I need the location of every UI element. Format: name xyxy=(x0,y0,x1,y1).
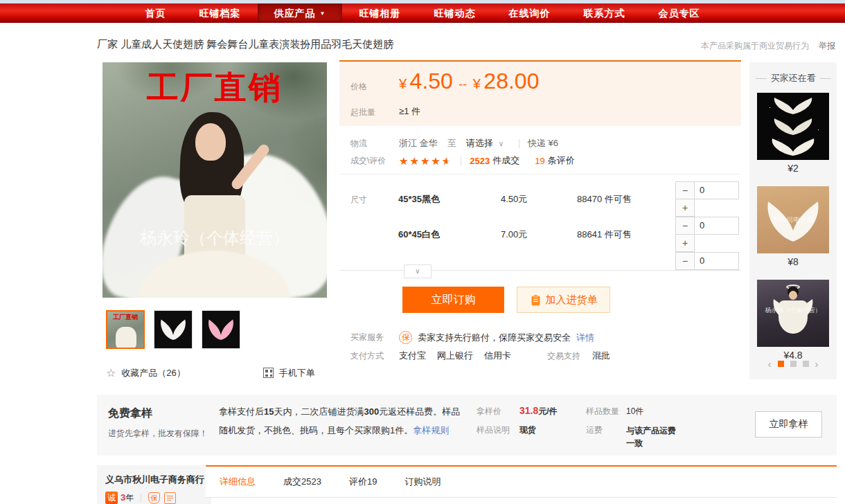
sample-rules-link[interactable]: 拿样规则 xyxy=(413,425,449,435)
thumbnail-dress-shape xyxy=(116,327,136,349)
pager-dot-2[interactable] xyxy=(790,361,797,367)
sidebar-product-1[interactable]: ¥2 xyxy=(757,93,829,178)
trade-support-value: 混批 xyxy=(592,350,610,362)
quantity-input[interactable] xyxy=(694,217,739,235)
get-sample-button[interactable]: 立即拿样 xyxy=(755,411,822,438)
logistics-origin: 浙江 金华 xyxy=(399,137,438,150)
qr-code-icon xyxy=(263,368,274,378)
payment-creditcard[interactable]: 信用卡 xyxy=(484,350,511,362)
sidebar-product-3[interactable]: 杨永玲（个体经营） ¥4.8 xyxy=(757,280,829,365)
sku-row-2: 60*45白色 7.00元 88641 件可售 − + xyxy=(398,217,741,252)
sample-info-col-1: 拿样价 31.8元/件 样品说明 现货 xyxy=(477,406,558,443)
sample-price-value: 31.8 xyxy=(519,405,538,416)
payment-netbank[interactable]: 网上银行 xyxy=(437,350,473,362)
quantity-input[interactable] xyxy=(694,181,739,199)
chevron-left-icon[interactable]: ‹ xyxy=(768,359,772,369)
deal-count[interactable]: 2523 xyxy=(470,156,490,166)
nav-item-contact[interactable]: 联系方式 xyxy=(567,3,641,21)
deal-label: 成交\评价 xyxy=(350,155,399,167)
thumbnail-1[interactable]: 工厂直销 xyxy=(106,310,145,349)
report-link[interactable]: 举报 xyxy=(819,40,835,52)
sidebar-pagination: ‹ › xyxy=(749,359,837,369)
tab-order-notes[interactable]: 订购说明 xyxy=(404,476,441,488)
quantity-stepper: − + xyxy=(675,252,739,271)
sample-qty-label: 样品数量 xyxy=(586,406,626,417)
sku-row-1: 45*35黑色 4.50元 88470 件可售 − + xyxy=(398,181,741,217)
pager-dot-3[interactable] xyxy=(803,361,809,367)
payment-alipay[interactable]: 支付宝 xyxy=(399,350,426,362)
image-overlay-text: 工厂直销 xyxy=(103,66,327,109)
wings-icon xyxy=(767,138,819,157)
favorite-button[interactable]: 收藏产品（26） xyxy=(121,367,185,379)
logistics-to: 至 xyxy=(447,137,456,150)
minus-button[interactable]: − xyxy=(675,217,695,235)
order-now-button[interactable]: 立即订购 xyxy=(402,287,504,313)
seller-box: 义乌市秋川电子商务商行 诚 3年 保 xyxy=(97,465,211,504)
quantity-stepper: − + xyxy=(675,217,739,253)
rating-stars: ★★★★★★★★★★ xyxy=(399,156,452,166)
service-label: 买家服务 xyxy=(350,332,399,343)
minus-button[interactable]: − xyxy=(675,252,695,270)
sample-desc-label: 样品说明 xyxy=(477,424,519,436)
white-wings-icon xyxy=(158,317,188,342)
star-icon: ☆ xyxy=(106,366,116,379)
guarantee-badge-icon: 保 xyxy=(399,331,412,344)
destination-select[interactable]: 请选择 xyxy=(466,137,493,150)
sku-list: 45*35黑色 4.50元 88470 件可售 − + 60*45白色 7.00… xyxy=(398,181,741,270)
add-to-cart-button[interactable]: 加入进货单 xyxy=(517,287,610,313)
thumbnail-2[interactable] xyxy=(154,310,193,349)
review-count[interactable]: 19 xyxy=(535,156,544,166)
sku-name: 60*45白色 xyxy=(398,228,501,241)
sidebar-title: 买家还在看 xyxy=(749,72,837,84)
quantity-input[interactable] xyxy=(694,252,739,270)
thumbnail-3-photo xyxy=(202,311,240,348)
pager-dot-1[interactable] xyxy=(778,361,784,367)
sidebar-product-2[interactable]: 市秋川电子商 ¥8 xyxy=(757,186,829,271)
nav-item-shop-album[interactable]: 旺铺相册 xyxy=(342,3,417,21)
chevron-down-icon: ∨ xyxy=(415,267,420,275)
main-product-image[interactable]: 工厂直销 杨永玲（个体经营） xyxy=(97,62,332,298)
currency-symbol: ¥ xyxy=(473,76,481,91)
nav-item-inquiry[interactable]: 在线询价 xyxy=(492,3,567,21)
tab-reviews[interactable]: 评价19 xyxy=(349,476,377,488)
deal-unit: 件成交 xyxy=(492,154,519,167)
expand-sku-button[interactable]: ∨ xyxy=(404,264,432,278)
sidebar-product-price: ¥2 xyxy=(757,160,829,178)
nav-item-member-zone[interactable]: 会员专区 xyxy=(641,3,716,21)
chevron-right-icon[interactable]: › xyxy=(815,359,819,369)
nav-item-shop-profile[interactable]: 旺铺档案 xyxy=(183,3,258,21)
price-box: 价格 ¥ 4.50 -- ¥ 28.00 起批量 ≥1 件 xyxy=(339,60,741,126)
sidebar-product-2-image: 市秋川电子商 xyxy=(757,186,829,253)
sku-price: 4.50元 xyxy=(501,193,577,206)
add-to-cart-label: 加入进货单 xyxy=(546,294,598,307)
shield-icon: 保 xyxy=(148,492,160,504)
chevron-down-icon[interactable]: ∨ xyxy=(499,140,504,147)
thumbnail-3[interactable] xyxy=(202,310,240,349)
sample-ship-label: 运费 xyxy=(586,424,626,449)
divider xyxy=(339,174,741,174)
minus-button[interactable]: − xyxy=(675,181,695,199)
divider xyxy=(461,156,461,165)
plus-button[interactable]: + xyxy=(675,234,695,252)
sidebar-product-1-image xyxy=(757,93,829,160)
moq-value: ≥1 件 xyxy=(399,105,420,118)
sample-description: 拿样支付后15天内，二次店铺进货满300元返还样品费。样品随机发货，不挑色、挑码… xyxy=(219,402,464,440)
tab-deals[interactable]: 成交2523 xyxy=(283,476,321,488)
nav-item-products[interactable]: 供应产品 xyxy=(258,3,343,21)
sample-price-unit: 元/件 xyxy=(538,406,557,416)
sample-info-col-2: 样品数量 10件 运费 与该产品运费一致 xyxy=(586,406,683,456)
nav-item-shop-news[interactable]: 旺铺动态 xyxy=(417,3,492,21)
sku-price: 7.00元 xyxy=(501,228,577,241)
trade-notice: 本产品采购属于商业贸易行为 xyxy=(701,40,809,52)
detail-tabbar: 详细信息 成交2523 评价19 订购说明 xyxy=(206,465,837,498)
moq-label: 起批量 xyxy=(350,107,375,118)
tab-detail-info[interactable]: 详细信息 xyxy=(220,476,256,488)
free-sample-box: 免费拿样 进货先拿样，批发有保障！ 拿样支付后15天内，二次店铺进货满300元返… xyxy=(97,395,837,456)
quantity-stepper: − + xyxy=(675,181,739,217)
nav-item-home[interactable]: 首页 xyxy=(129,3,183,21)
plus-button[interactable]: + xyxy=(675,199,695,217)
seller-name[interactable]: 义乌市秋川电子商务商行 xyxy=(105,474,211,486)
service-detail-link[interactable]: 详情 xyxy=(576,332,594,344)
mobile-order-button[interactable]: 手机下单 xyxy=(279,367,315,379)
review-unit: 条评价 xyxy=(548,154,575,167)
